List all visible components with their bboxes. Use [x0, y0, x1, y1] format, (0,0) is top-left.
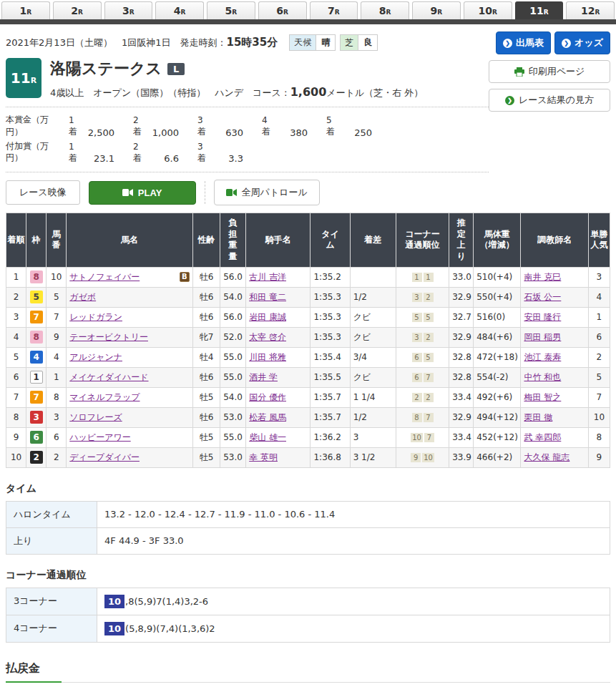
- tab-4R[interactable]: 4R: [155, 1, 204, 19]
- jockey-link[interactable]: 和田 竜二: [249, 292, 286, 302]
- cell-sex-age: 牡6: [192, 307, 220, 327]
- prize-extra-row: 付加賞（万円） 1着23.12着6.63着3.3: [6, 140, 489, 165]
- horse-link[interactable]: ガゼボ: [69, 292, 96, 302]
- trainer-link[interactable]: 武 幸四郎: [524, 432, 561, 442]
- cell-horse-no: 2: [47, 447, 67, 467]
- result-row: 377レッドガラン牡656.0岩田 康誠1:35.3クビ5532.7516(0)…: [6, 307, 610, 327]
- shutsuba-button[interactable]: ❯ 出馬表: [496, 31, 551, 54]
- payout-title: 払戻金: [6, 661, 62, 683]
- trainer-link[interactable]: 中竹 和也: [524, 372, 561, 382]
- cell-margin: 1 1/4: [350, 387, 396, 407]
- jockey-link[interactable]: 幸 英明: [249, 452, 278, 462]
- trainer-link[interactable]: 安田 隆行: [524, 312, 561, 322]
- jockey-link[interactable]: 岩田 康誠: [249, 312, 286, 322]
- jockey-link[interactable]: 柴山 雄一: [249, 432, 286, 442]
- prize-place-char: 着: [262, 126, 270, 137]
- cell-waku: 7: [26, 307, 47, 327]
- howto-read-results-button[interactable]: ❯ レース結果の見方: [489, 89, 610, 112]
- tab-suffix: R: [492, 9, 497, 16]
- jockey-link[interactable]: 松若 風馬: [249, 412, 286, 422]
- horse-link[interactable]: ハッピーアワー: [69, 432, 130, 442]
- cell-agari: 33.4: [449, 427, 474, 447]
- cell-jockey: 国分 優作: [246, 387, 311, 407]
- weather-label: 天候: [290, 35, 316, 50]
- tab-5R[interactable]: 5R: [207, 1, 255, 19]
- tab-suffix: R: [283, 9, 288, 16]
- tab-11R[interactable]: 11R: [515, 1, 564, 19]
- cell-popularity: 5: [588, 367, 610, 387]
- trainer-link[interactable]: 南井 克巳: [524, 272, 561, 282]
- jockey-link[interactable]: 酒井 学: [249, 372, 278, 382]
- trainer-link[interactable]: 栗田 徹: [524, 412, 552, 422]
- cell-margin: クビ: [350, 327, 396, 347]
- tab-number: 3: [122, 5, 129, 16]
- trainer-link[interactable]: 梅田 智之: [524, 392, 561, 402]
- corner-position-chip: 3: [412, 293, 422, 302]
- tab-10R[interactable]: 10R: [464, 1, 512, 19]
- trainer-link[interactable]: 石坂 公一: [524, 292, 561, 302]
- tab-12R[interactable]: 12R: [566, 1, 615, 19]
- cell-corner-order: 32: [396, 327, 449, 347]
- trainer-link[interactable]: 岡田 稲男: [524, 332, 561, 342]
- corner-position-chip: 5: [424, 353, 434, 362]
- tab-number: 7: [328, 5, 335, 16]
- cell-margin: 1/2: [350, 407, 396, 427]
- tab-8R[interactable]: 8R: [361, 1, 409, 19]
- cell-carried-weight: 55.0: [220, 347, 246, 367]
- jockey-link[interactable]: 国分 優作: [249, 392, 286, 402]
- horse-link[interactable]: アルジャンナ: [69, 352, 122, 362]
- waku-badge: 1: [30, 371, 43, 384]
- trainer-link[interactable]: 池江 泰寿: [524, 352, 561, 362]
- conditions-prefix: 4歳以上 オープン（国際）（特指） ハンデ コース：: [50, 87, 290, 98]
- result-row: 966ハッピーアワー牡555.0柴山 雄一1:36.2310733.4452(+…: [6, 427, 610, 447]
- corner4-row: 4コーナー 10(5,8,9)(7,4)(1,3,6)2: [6, 615, 610, 642]
- race-video-label: レース映像: [6, 180, 80, 205]
- jockey-link[interactable]: 古川 吉洋: [249, 272, 286, 282]
- odds-button[interactable]: ❯ オッズ: [554, 31, 610, 54]
- separator: [205, 181, 205, 204]
- horse-link[interactable]: テーオービクトリー: [69, 332, 148, 342]
- horse-link[interactable]: マイネルフラップ: [69, 392, 140, 402]
- cell-horse-name: ガゼボ: [67, 287, 193, 307]
- tab-2R[interactable]: 2R: [53, 1, 102, 19]
- tab-6R[interactable]: 6R: [258, 1, 307, 19]
- corner-position-chip: 9: [411, 453, 421, 462]
- tab-1R[interactable]: 1R: [1, 1, 50, 19]
- cell-sex-age: 牡6: [192, 407, 220, 427]
- corner3-value: 10,8(5,9)7(1,4)3,2-6: [97, 588, 610, 615]
- cell-agari: 33.9: [449, 447, 474, 467]
- patrol-video-button[interactable]: 全周パトロール: [214, 180, 320, 205]
- tab-9R[interactable]: 9R: [412, 1, 461, 19]
- corner-position-chip: 2: [424, 293, 434, 302]
- trainer-link[interactable]: 大久保 龍志: [524, 452, 569, 462]
- prize-amount: 2,500: [77, 127, 114, 138]
- prize-place-char: 着: [133, 126, 142, 137]
- cell-jockey: 幸 英明: [246, 447, 311, 467]
- time-table: ハロンタイム 13.2 - 12.0 - 12.4 - 12.7 - 11.9 …: [6, 501, 610, 555]
- corner-position-chip: 7: [424, 433, 434, 442]
- header-waku: 枠: [26, 213, 47, 267]
- print-page-button[interactable]: 印刷用ページ: [489, 60, 610, 83]
- horse-link[interactable]: ソロフレーズ: [69, 412, 122, 422]
- cell-rank: 8: [6, 407, 26, 427]
- tab-number: 11: [529, 5, 543, 16]
- jockey-link[interactable]: 川田 将雅: [249, 352, 286, 362]
- track-value: 良: [358, 35, 377, 50]
- horse-link[interactable]: レッドガラン: [69, 312, 122, 322]
- cell-horse-name: ディープダイバー: [67, 447, 193, 467]
- tab-suffix: R: [26, 9, 31, 16]
- play-video-button[interactable]: PLAY: [89, 181, 196, 205]
- horse-link[interactable]: メイケイダイハード: [69, 372, 148, 382]
- tab-3R[interactable]: 3R: [104, 1, 153, 19]
- cell-horse-name: マイネルフラップ: [67, 387, 193, 407]
- tab-suffix: R: [595, 9, 600, 16]
- prize-place-char: 着: [69, 126, 77, 137]
- race-number-suffix: R: [31, 76, 36, 85]
- cell-popularity: 8: [588, 427, 610, 447]
- horse-link[interactable]: ディープダイバー: [69, 452, 140, 462]
- jockey-link[interactable]: 太宰 啓介: [249, 332, 286, 342]
- tab-7R[interactable]: 7R: [310, 1, 358, 19]
- prize-rank: 3: [197, 114, 206, 126]
- horse-link[interactable]: サトノフェイバー: [69, 272, 140, 282]
- prize-amount: 1,000: [142, 127, 179, 138]
